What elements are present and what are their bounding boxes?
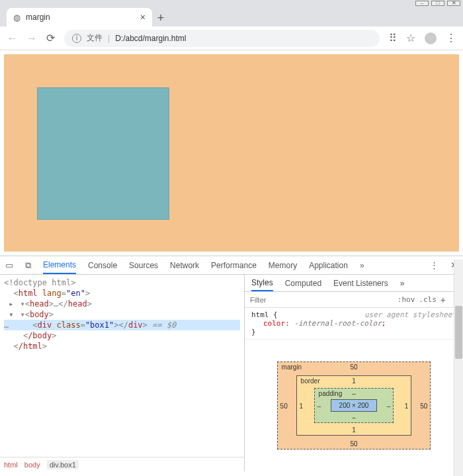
bm-padding-label: padding — [319, 390, 343, 397]
browser-tabstrip: ◍ margin × + — [0, 7, 463, 26]
page-body — [4, 54, 459, 252]
bm-border-right: 1 — [405, 402, 409, 409]
dom-html-open[interactable]: <html lang="en"> — [4, 288, 240, 299]
dom-tree-panel: <!doctype html> <html lang="en"> ▸ ▾<hea… — [0, 275, 245, 471]
devtools-tabbar: ▭ ⧉ Elements Console Sources Network Per… — [0, 256, 463, 275]
styles-tabs-overflow-icon[interactable]: » — [400, 279, 405, 288]
box-model-diagram[interactable]: margin 50 50 50 50 border 1 1 1 1 paddin… — [245, 340, 463, 471]
styles-filter-row: :hov .cls + ⋮ — [245, 292, 463, 308]
rule-close: } — [251, 328, 256, 336]
device-toolbar-icon[interactable]: ⧉ — [25, 260, 31, 271]
bm-border-bottom: 1 — [352, 426, 356, 434]
cls-toggle[interactable]: .cls — [419, 295, 437, 304]
dom-breadcrumb[interactable]: html body div.box1 — [0, 457, 244, 471]
viewport — [0, 50, 463, 256]
crumb-div-box1[interactable]: div.box1 — [47, 460, 79, 469]
hov-toggle[interactable]: :hov — [398, 295, 415, 304]
browser-toolbar: ← → ⟳ i 文件 | D:/abcd/margin.html ⠿ ☆ ⋮ — [0, 26, 463, 50]
styles-tabbar: Styles Computed Event Listeners » — [245, 275, 463, 292]
address-bar[interactable]: i 文件 | D:/abcd/margin.html — [64, 30, 380, 47]
window-minimize-button[interactable]: – — [415, 1, 429, 6]
tab-application[interactable]: Application — [309, 261, 348, 270]
scrollbar-thumb[interactable] — [455, 306, 462, 359]
browser-menu-icon[interactable]: ⋮ — [446, 32, 456, 44]
dom-body-close[interactable]: </body> — [4, 330, 240, 341]
globe-icon: ◍ — [13, 13, 21, 23]
devtools-scrollbar[interactable] — [454, 260, 463, 476]
devtools-menu-icon[interactable]: ⋮ — [430, 260, 439, 270]
dom-selected-div[interactable]: … <div class="box1"></div> == $0 — [4, 320, 240, 330]
url-scheme-label: 文件 — [87, 32, 103, 44]
window-close-button[interactable]: ✕ — [447, 1, 460, 6]
css-property[interactable]: color: -internal-root-color; — [251, 319, 386, 328]
bm-content-size: 200 × 200 — [331, 399, 378, 412]
box1-element — [37, 87, 169, 220]
dom-tree[interactable]: <!doctype html> <html lang="en"> ▸ ▾<hea… — [0, 275, 244, 457]
profile-avatar[interactable] — [425, 32, 437, 44]
bm-margin[interactable]: margin 50 50 50 50 border 1 1 1 1 paddin… — [277, 361, 431, 450]
new-tab-button[interactable]: + — [152, 9, 169, 26]
bm-margin-top: 50 — [350, 363, 357, 371]
dom-doctype[interactable]: <!doctype html> — [4, 277, 240, 288]
bm-border-left: 1 — [300, 402, 304, 409]
bm-padding-top: – — [352, 390, 356, 397]
translate-icon[interactable]: ⠿ — [389, 32, 397, 44]
tab-sources[interactable]: Sources — [129, 261, 158, 270]
styles-tab-styles[interactable]: Styles — [251, 278, 273, 291]
bm-border-label: border — [301, 377, 320, 385]
url-separator: | — [108, 34, 110, 43]
bm-margin-label: margin — [282, 363, 302, 371]
bm-border-top: 1 — [352, 377, 356, 385]
bm-padding-left: – — [317, 402, 321, 409]
os-titlebar: – □ ✕ — [0, 0, 463, 7]
new-rule-icon[interactable]: + — [441, 295, 446, 305]
css-rule-block[interactable]: html { user agent stylesheet color: -int… — [245, 308, 463, 340]
ua-stylesheet-label: user agent stylesheet — [364, 310, 456, 319]
crumb-body[interactable]: body — [24, 461, 40, 469]
bm-margin-right: 50 — [420, 402, 427, 409]
rule-selector: html { — [251, 310, 278, 319]
tab-close-button[interactable]: × — [140, 12, 146, 23]
tab-performance[interactable]: Performance — [211, 261, 257, 270]
tab-network[interactable]: Network — [170, 261, 199, 270]
tab-memory[interactable]: Memory — [269, 261, 297, 270]
forward-button[interactable]: → — [26, 32, 37, 44]
tab-elements[interactable]: Elements — [43, 260, 76, 274]
bm-padding[interactable]: padding – – – – 200 × 200 — [314, 388, 394, 423]
bm-margin-left: 50 — [280, 402, 288, 409]
bm-padding-bottom: – — [352, 414, 356, 421]
bm-border[interactable]: border 1 1 1 1 padding – – – – 200 × 200 — [296, 375, 412, 436]
dom-body-open[interactable]: ▾ ▾<body> — [4, 309, 240, 320]
devtools-panel: ▭ ⧉ Elements Console Sources Network Per… — [0, 256, 463, 471]
dom-head[interactable]: ▸ ▾<head>…</head> — [4, 299, 240, 309]
crumb-html[interactable]: html — [4, 461, 18, 469]
browser-tab[interactable]: ◍ margin × — [7, 8, 152, 26]
site-info-icon[interactable]: i — [72, 34, 81, 43]
bookmark-star-icon[interactable]: ☆ — [406, 32, 415, 44]
back-button[interactable]: ← — [7, 32, 17, 44]
bm-margin-bottom: 50 — [350, 440, 357, 448]
tabs-overflow-icon[interactable]: » — [360, 261, 364, 270]
url-text: D:/abcd/margin.html — [115, 34, 186, 43]
window-maximize-button[interactable]: □ — [431, 1, 444, 6]
styles-filter-input[interactable] — [249, 295, 288, 305]
styles-tab-eventlisteners[interactable]: Event Listeners — [333, 279, 388, 288]
tab-console[interactable]: Console — [88, 261, 117, 270]
reload-button[interactable]: ⟳ — [46, 32, 55, 44]
styles-tab-computed[interactable]: Computed — [285, 279, 321, 288]
dom-html-close[interactable]: </html> — [4, 341, 240, 352]
styles-panel: Styles Computed Event Listeners » :hov .… — [245, 275, 463, 471]
bm-padding-right: – — [387, 402, 391, 409]
tab-title: margin — [26, 13, 140, 22]
inspect-element-icon[interactable]: ▭ — [5, 260, 13, 270]
